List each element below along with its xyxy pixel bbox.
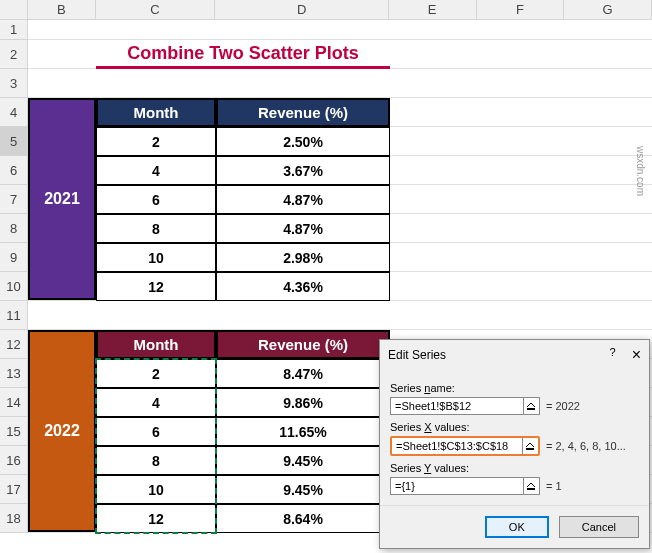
cell-revenue[interactable]: 4.87% (216, 185, 390, 214)
row-header[interactable]: 16 (0, 446, 27, 475)
row-header[interactable]: 8 (0, 214, 27, 243)
col-header-C[interactable]: C (96, 0, 216, 19)
cell-month[interactable]: 6 (96, 185, 216, 214)
series-name-hint: = 2022 (546, 400, 580, 412)
edit-series-dialog: Edit Series ? × Series name: = 2022 Seri… (379, 339, 650, 549)
row-header[interactable]: 9 (0, 243, 27, 272)
col-header-F[interactable]: F (477, 0, 565, 19)
cell-revenue[interactable]: 9.45% (216, 475, 390, 504)
dialog-title: Edit Series (388, 348, 446, 362)
series-name-label: Series name: (390, 382, 639, 394)
cell-revenue[interactable]: 3.67% (216, 156, 390, 185)
cell-month[interactable]: 8 (96, 214, 216, 243)
series-x-hint: = 2, 4, 6, 8, 10... (546, 440, 626, 452)
svg-rect-2 (527, 488, 535, 490)
row-header[interactable]: 4 (0, 98, 27, 127)
col-header-rownum[interactable] (0, 0, 28, 19)
svg-rect-1 (526, 448, 534, 450)
cell-revenue[interactable]: 11.65% (216, 417, 390, 446)
cell-month[interactable]: 2 (96, 127, 216, 156)
cell-month[interactable]: 10 (96, 243, 216, 272)
row-header[interactable]: 13 (0, 359, 27, 388)
header-revenue[interactable]: Revenue (%) (216, 330, 390, 359)
help-button[interactable]: ? (610, 346, 616, 364)
row-header[interactable]: 17 (0, 475, 27, 504)
watermark: wsxdn.com (635, 146, 646, 196)
cancel-button[interactable]: Cancel (559, 516, 639, 538)
cell-revenue[interactable]: 9.86% (216, 388, 390, 417)
cell-month[interactable]: 4 (96, 156, 216, 185)
col-header-D[interactable]: D (215, 0, 388, 19)
series-y-hint: = 1 (546, 480, 562, 492)
cell-month[interactable]: 2 (96, 359, 216, 388)
row-header[interactable]: 11 (0, 301, 27, 330)
series-x-input[interactable] (392, 438, 522, 454)
row-header[interactable]: 18 (0, 504, 27, 533)
year-label-2022[interactable]: 2022 (28, 330, 96, 532)
col-header-G[interactable]: G (564, 0, 652, 19)
year-label-2021[interactable]: 2021 (28, 98, 96, 300)
cell-month[interactable]: 8 (96, 446, 216, 475)
cell-revenue[interactable]: 9.45% (216, 446, 390, 475)
cell-month[interactable]: 10 (96, 475, 216, 504)
cell-revenue[interactable]: 8.64% (216, 504, 390, 533)
cell-revenue[interactable]: 2.98% (216, 243, 390, 272)
series-y-label: Series Y values: (390, 462, 639, 474)
cell-revenue[interactable]: 8.47% (216, 359, 390, 388)
row-header[interactable]: 12 (0, 330, 27, 359)
row-headers: 1 2 3 4 5 6 7 8 9 10 11 12 13 14 15 16 1… (0, 20, 28, 533)
series-x-label: Series X values: (390, 421, 639, 433)
row-header[interactable]: 10 (0, 272, 27, 301)
row-header[interactable]: 14 (0, 388, 27, 417)
row-header[interactable]: 5 (0, 127, 27, 156)
row-header[interactable]: 3 (0, 69, 27, 98)
svg-rect-0 (527, 408, 535, 410)
cell-month[interactable]: 4 (96, 388, 216, 417)
ok-button[interactable]: OK (485, 516, 549, 538)
row-header[interactable]: 15 (0, 417, 27, 446)
page-title: Combine Two Scatter Plots (96, 40, 390, 69)
collapse-icon[interactable] (523, 478, 539, 494)
cell-month[interactable]: 12 (96, 504, 216, 533)
collapse-icon[interactable] (522, 438, 538, 454)
cell-revenue[interactable]: 2.50% (216, 127, 390, 156)
series-name-input[interactable] (391, 398, 523, 414)
cell-revenue[interactable]: 4.87% (216, 214, 390, 243)
close-button[interactable]: × (632, 346, 641, 364)
cell-revenue[interactable]: 4.36% (216, 272, 390, 301)
collapse-icon[interactable] (523, 398, 539, 414)
header-month[interactable]: Month (96, 330, 216, 359)
row-header[interactable]: 6 (0, 156, 27, 185)
col-header-E[interactable]: E (389, 0, 477, 19)
column-headers: B C D E F G (0, 0, 652, 20)
header-month[interactable]: Month (96, 98, 216, 127)
cell-month[interactable]: 12 (96, 272, 216, 301)
col-header-B[interactable]: B (28, 0, 96, 19)
row-header[interactable]: 1 (0, 20, 27, 40)
header-revenue[interactable]: Revenue (%) (216, 98, 390, 127)
row-header[interactable]: 2 (0, 40, 27, 69)
series-y-input[interactable] (391, 478, 523, 494)
row-header[interactable]: 7 (0, 185, 27, 214)
cell-month[interactable]: 6 (96, 417, 216, 446)
